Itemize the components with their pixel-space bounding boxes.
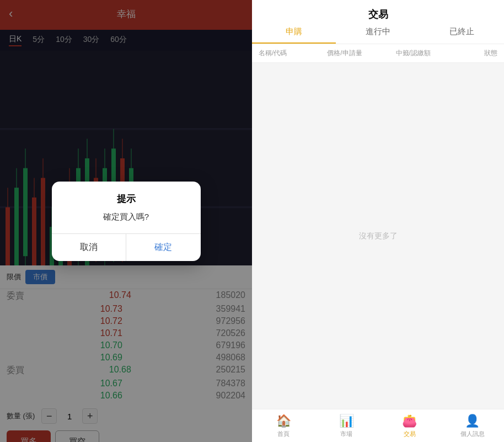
market-icon: 📊 (339, 414, 354, 428)
dialog-overlay: 提示 確定買入嗎? 取消 確定 (0, 0, 252, 442)
right-title: 交易 (252, 8, 504, 21)
profile-icon: 👤 (465, 414, 480, 428)
nav-profile-label: 個人訊息 (460, 430, 485, 438)
dialog-actions: 取消 確定 (52, 234, 201, 261)
bottom-nav: 🏠 首頁 📊 市場 👛 交易 👤 個人訊息 (252, 409, 504, 442)
trade-icon: 👛 (402, 414, 417, 428)
tab-in-progress[interactable]: 進行中 (336, 26, 420, 44)
nav-trade[interactable]: 👛 交易 (378, 414, 441, 438)
no-more-text: 沒有更多了 (359, 231, 398, 241)
dialog-confirm-button[interactable]: 確定 (126, 234, 201, 261)
tab-subscription[interactable]: 申購 (252, 26, 336, 44)
nav-home-label: 首頁 (277, 430, 289, 438)
column-headers: 名稱/代碼 價格/申請量 中籤/認繳額 狀態 (252, 44, 504, 63)
col-price-header: 價格/申請量 (327, 49, 393, 58)
right-content: 沒有更多了 (252, 63, 504, 409)
dialog-box: 提示 確定買入嗎? 取消 確定 (52, 182, 201, 261)
nav-profile[interactable]: 👤 個人訊息 (441, 414, 504, 438)
home-icon: 🏠 (276, 414, 291, 428)
nav-market[interactable]: 📊 市場 (315, 414, 378, 438)
dialog-message: 確定買入嗎? (52, 210, 201, 233)
col-name-header: 名稱/代碼 (259, 49, 325, 58)
nav-market-label: 市場 (340, 430, 352, 438)
nav-home[interactable]: 🏠 首頁 (252, 414, 315, 438)
tab-terminated[interactable]: 已終止 (420, 26, 504, 44)
nav-trade-label: 交易 (404, 430, 416, 438)
right-header: 交易 申購 進行中 已終止 (252, 0, 504, 44)
right-tabs: 申購 進行中 已終止 (252, 26, 504, 44)
col-status-header: 狀態 (464, 49, 497, 58)
dialog-title: 提示 (52, 182, 201, 210)
col-allot-header: 中籤/認繳額 (396, 49, 462, 58)
right-panel: 交易 申購 進行中 已終止 名稱/代碼 價格/申請量 中籤/認繳額 狀態 沒有更… (252, 0, 504, 442)
left-panel: ‹ 幸福 日K 5分 10分 30分 60分 (0, 0, 252, 442)
dialog-cancel-button[interactable]: 取消 (52, 234, 127, 261)
